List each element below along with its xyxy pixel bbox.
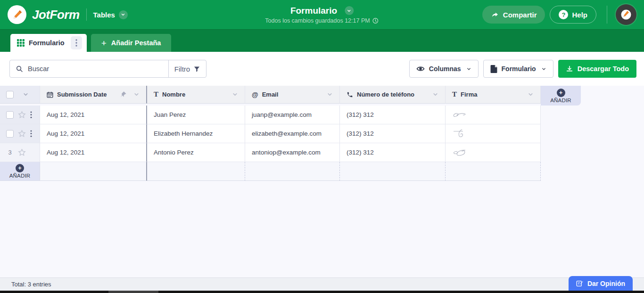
column-chevron-icon[interactable] xyxy=(432,91,438,98)
feedback-button[interactable]: Dar Opinión xyxy=(569,276,633,291)
help-button[interactable]: ? Help xyxy=(550,6,596,24)
table-header-row: Submission Date T Nombre @ Email xyxy=(0,86,644,106)
download-all-label: Descargar Todo xyxy=(578,65,629,73)
column-header-firma[interactable]: T Firma xyxy=(446,86,541,104)
cell-email[interactable]: juanp@example.com xyxy=(245,106,340,124)
star-icon[interactable] xyxy=(18,148,26,156)
empty-cell[interactable] xyxy=(340,162,446,181)
add-row-button[interactable]: + AÑADIR xyxy=(0,162,40,181)
plus-icon: + xyxy=(101,39,107,48)
table-row: 3 Aug 12, 2021 Antonio Perez antoniop@ex… xyxy=(0,143,644,162)
tables-dropdown-chevron-icon[interactable] xyxy=(119,10,128,19)
column-label: Firma xyxy=(461,91,477,98)
sheet-header: Formulario Todos los cambios guardados 1… xyxy=(265,0,379,29)
cell-signature[interactable] xyxy=(446,124,541,143)
select-all-checkbox[interactable] xyxy=(6,91,14,98)
cell-phone[interactable]: (312) 312 xyxy=(340,106,446,124)
feedback-button-label: Dar Opinión xyxy=(587,280,625,287)
table-body: Aug 12, 2021 Juan Perez juanp@example.co… xyxy=(0,106,644,181)
add-column-label: AÑADIR xyxy=(550,98,571,103)
row-number: 3 xyxy=(6,149,14,156)
cell-date[interactable]: Aug 12, 2021 xyxy=(40,143,147,162)
feedback-pencil-icon xyxy=(576,280,584,287)
tab-options-kebab-icon[interactable] xyxy=(71,36,82,49)
share-arrow-icon xyxy=(491,11,499,18)
row-checkbox[interactable] xyxy=(6,130,14,138)
add-tab-label: Añadir Pestaña xyxy=(111,39,161,47)
table-row: Aug 12, 2021 Juan Perez juanp@example.co… xyxy=(0,106,644,124)
signature-image xyxy=(452,128,477,140)
cell-email[interactable]: antoniop@example.com xyxy=(245,143,340,162)
cell-email[interactable]: elizabeth@example.com xyxy=(245,124,340,143)
column-header-email[interactable]: @ Email xyxy=(245,86,340,104)
column-chevron-icon[interactable] xyxy=(327,91,333,98)
submissions-table: Submission Date T Nombre @ Email xyxy=(0,86,644,181)
search-box[interactable] xyxy=(10,60,168,77)
text-icon: T xyxy=(154,90,158,98)
cell-phone[interactable]: (312) 312 xyxy=(340,143,446,162)
footer-bar: Total: 3 entries xyxy=(0,277,644,291)
signature-image xyxy=(452,147,477,158)
column-header-telefono[interactable]: Número de teléfono xyxy=(340,86,446,104)
filter-button[interactable]: Filtro xyxy=(168,60,206,77)
brand-name: JotForm xyxy=(32,8,80,22)
search-icon xyxy=(16,65,23,73)
horizontal-scrollbar[interactable] xyxy=(0,291,644,293)
columns-button[interactable]: Columnas xyxy=(409,60,479,78)
column-header-nombre[interactable]: T Nombre xyxy=(147,86,245,104)
empty-cell[interactable] xyxy=(245,162,340,181)
cell-name[interactable]: Antonio Perez xyxy=(147,143,245,162)
topbar-actions: Compartir ? Help xyxy=(482,4,636,25)
cell-date[interactable]: Aug 12, 2021 xyxy=(40,106,147,124)
content-background xyxy=(0,181,644,277)
column-header-submission-date[interactable]: Submission Date xyxy=(40,86,147,104)
share-button[interactable]: Compartir xyxy=(482,6,545,24)
row-kebab-icon[interactable] xyxy=(30,111,32,118)
empty-cell[interactable] xyxy=(40,162,147,181)
row-gutter xyxy=(0,106,40,124)
download-icon xyxy=(566,65,573,73)
select-all-cell xyxy=(0,86,40,104)
cell-name[interactable]: Juan Perez xyxy=(147,106,245,124)
add-column-button[interactable]: + AÑADIR xyxy=(541,86,581,106)
tab-formulario-label: Formulario xyxy=(29,39,65,47)
jotform-logo[interactable]: JotForm xyxy=(8,5,80,24)
cell-signature[interactable] xyxy=(446,143,541,162)
user-avatar[interactable] xyxy=(616,4,636,25)
cell-name[interactable]: Elizabeth Hernandez xyxy=(147,124,245,143)
sheet-title-chevron-icon[interactable] xyxy=(345,6,354,15)
tab-formulario[interactable]: Formulario xyxy=(10,34,87,52)
column-chevron-icon[interactable] xyxy=(528,91,534,98)
row-kebab-icon[interactable] xyxy=(30,130,32,137)
cell-phone[interactable]: (312) 312 xyxy=(340,124,446,143)
divider xyxy=(607,6,607,24)
star-icon[interactable] xyxy=(18,111,26,119)
search-input[interactable] xyxy=(28,65,163,73)
question-icon: ? xyxy=(559,10,568,19)
tab-strip: Formulario + Añadir Pestaña xyxy=(0,29,644,52)
star-icon[interactable] xyxy=(18,130,26,138)
row-checkbox[interactable] xyxy=(6,111,14,119)
empty-cell[interactable] xyxy=(446,162,541,181)
scrollbar-thumb[interactable] xyxy=(108,291,158,293)
at-icon: @ xyxy=(252,91,258,98)
pin-icon[interactable] xyxy=(120,91,127,98)
plus-icon: + xyxy=(16,164,24,172)
empty-cell[interactable] xyxy=(147,162,245,181)
chevron-down-icon xyxy=(466,66,471,72)
form-button[interactable]: Formulario xyxy=(483,60,553,78)
top-bar: JotForm Tables Formulario Todos los camb… xyxy=(0,0,644,29)
column-chevron-icon[interactable] xyxy=(133,91,140,98)
column-label: Número de teléfono xyxy=(357,91,414,98)
help-button-label: Help xyxy=(572,11,587,19)
selection-chevron-icon[interactable] xyxy=(23,91,29,98)
column-chevron-icon[interactable] xyxy=(232,91,238,98)
table-row: Aug 12, 2021 Elizabeth Hernandez elizabe… xyxy=(0,124,644,143)
document-icon xyxy=(490,65,497,73)
cell-date[interactable]: Aug 12, 2021 xyxy=(40,124,147,143)
download-all-button[interactable]: Descargar Todo xyxy=(558,60,636,78)
add-tab-button[interactable]: + Añadir Pestaña xyxy=(91,34,172,52)
row-gutter xyxy=(0,124,40,143)
columns-button-label: Columnas xyxy=(429,65,461,73)
cell-signature[interactable] xyxy=(446,106,541,124)
